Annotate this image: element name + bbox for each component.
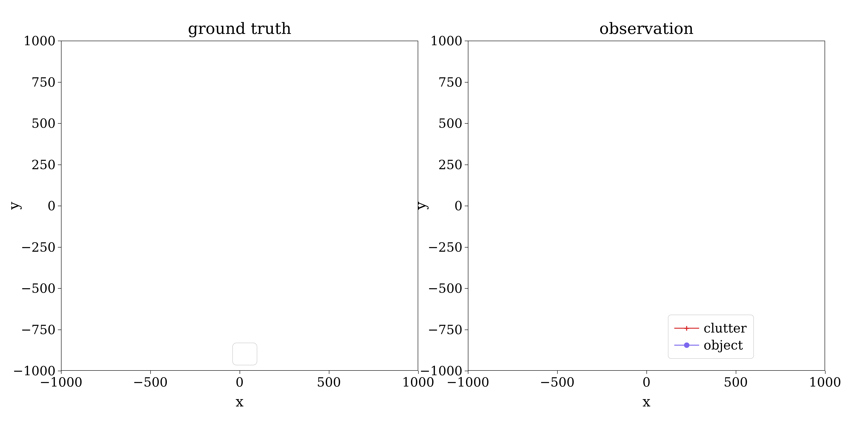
y-tick-label: 500 [31,116,56,131]
y-tick [465,82,468,83]
x-tick [468,371,468,374]
y-axis-label: y [5,202,22,210]
axes-frame [468,41,825,371]
y-axis-label: y [412,202,429,210]
x-tick [329,371,329,374]
y-tick-label: −500 [428,281,463,296]
y-tick [58,247,61,248]
y-tick [58,123,61,124]
x-tick [240,371,240,374]
legend-swatch-object [674,339,699,351]
subplot-observation: observation −1000 −500 0 500 1000 −1000 … [468,41,825,371]
x-tick [647,371,647,374]
y-tick-label: 1000 [23,33,56,48]
y-tick [465,330,468,330]
legend-label: clutter [704,320,747,337]
y-tick-label: 250 [31,157,56,172]
y-tick [58,371,61,371]
legend-item-object: object [674,337,747,354]
plus-icon: + [684,324,689,333]
x-tick [150,371,151,374]
y-tick [58,288,61,289]
y-tick-label: −500 [21,281,56,296]
y-tick [465,206,468,206]
x-tick-label: 500 [317,375,341,390]
y-tick [465,371,468,371]
y-tick-label: 0 [48,198,56,213]
x-tick-label: 0 [643,375,651,390]
x-tick-label: 0 [236,375,244,390]
y-tick [465,123,468,124]
y-tick-label: 750 [31,74,56,89]
y-tick-label: −1000 [13,364,56,378]
y-tick-label: −250 [21,240,56,254]
legend-swatch-clutter: + [674,322,699,335]
legend-item-clutter: + clutter [674,320,747,337]
x-tick [825,371,826,374]
legend: + clutter object [668,315,754,359]
subplot-title: ground truth [61,19,418,38]
y-tick [58,330,61,330]
subplot-title: observation [468,19,825,38]
x-tick [61,371,61,374]
y-tick-label: 500 [438,116,463,131]
y-tick-label: −750 [21,322,56,337]
y-tick-label: 750 [438,74,463,89]
y-tick-label: 1000 [430,33,463,48]
y-tick [465,41,468,41]
y-tick [58,41,61,41]
y-tick [465,288,468,289]
x-tick [418,371,418,374]
x-tick-label: −500 [540,375,575,390]
axes-frame [61,41,418,371]
x-tick [557,371,558,374]
y-tick [58,206,61,206]
empty-legend-box [232,343,257,365]
legend-label: object [704,337,743,354]
y-tick [58,164,61,165]
x-tick [736,371,736,374]
y-tick-label: −250 [428,240,463,254]
y-tick [465,164,468,165]
y-tick-label: −750 [428,322,463,337]
y-tick [465,247,468,248]
y-tick-label: −1000 [420,364,463,378]
x-tick-label: 1000 [809,375,841,390]
x-axis-label: x [643,393,651,410]
y-tick [58,82,61,83]
subplot-ground-truth: ground truth −1000 −500 0 500 1000 −1000… [61,41,418,371]
x-axis-label: x [236,393,244,410]
dot-icon [684,342,689,348]
x-tick-label: −500 [133,375,168,390]
figure: ground truth −1000 −500 0 500 1000 −1000… [0,0,868,434]
y-tick-label: 0 [454,198,463,213]
y-tick-label: 250 [438,157,463,172]
x-tick-label: 500 [724,375,748,390]
